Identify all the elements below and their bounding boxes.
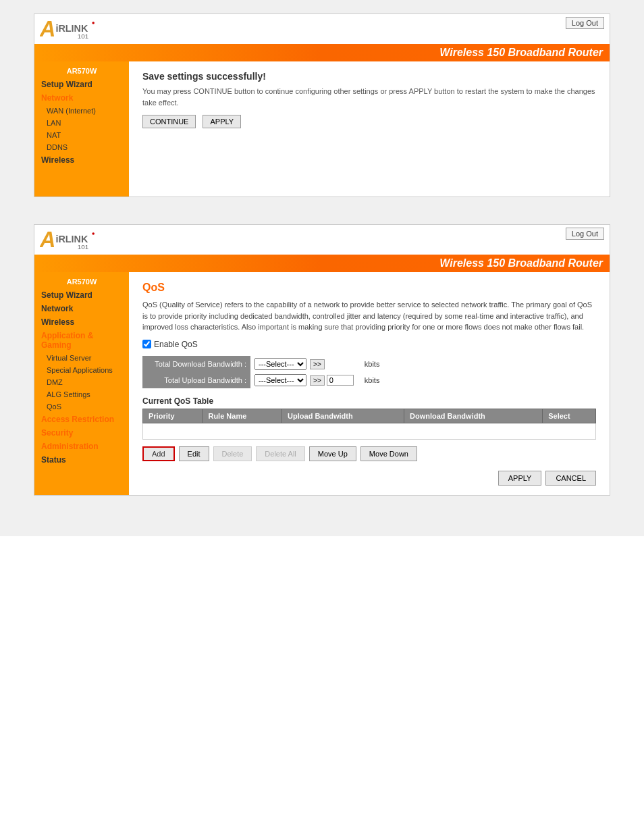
download-select[interactable]: ---Select---: [254, 358, 306, 370]
edit-button[interactable]: Edit: [179, 446, 209, 461]
svg-text:101: 101: [78, 32, 89, 40]
sidebar-item-ddns[interactable]: DDNS: [34, 141, 129, 153]
content-area: Save settings successfully! You may pres…: [129, 61, 610, 197]
svg-point-2: [92, 22, 95, 24]
enable-qos-row: Enable QoS: [142, 340, 596, 349]
sidebar-2: AR570W Setup Wizard Network Wireless App…: [34, 272, 129, 495]
upload-bw-row: Total Upload Bandwidth : ---Select--- >>…: [142, 372, 383, 388]
upload-unit: kbits: [365, 376, 380, 384]
svg-text:A: A: [40, 228, 55, 252]
qos-cancel-button[interactable]: CANCEL: [545, 471, 596, 486]
delete-button[interactable]: Delete: [213, 446, 252, 461]
crud-buttons: Add Edit Delete Delete All Move Up Move …: [142, 446, 596, 461]
upload-label: Total Upload Bandwidth :: [142, 372, 250, 388]
delete-all-button[interactable]: Delete All: [256, 446, 304, 461]
download-bw-row: Total Download Bandwidth : ---Select--- …: [142, 356, 383, 372]
sidebar-item-wireless[interactable]: Wireless: [34, 153, 129, 167]
sidebar-item-nat[interactable]: NAT: [34, 129, 129, 141]
enable-qos-checkbox[interactable]: [142, 340, 151, 348]
sidebar-item-setup-wizard-2[interactable]: Setup Wizard: [34, 288, 129, 302]
download-go-btn[interactable]: >>: [310, 359, 325, 369]
move-up-button[interactable]: Move Up: [309, 446, 356, 461]
sidebar-item-setup-wizard[interactable]: Setup Wizard: [34, 78, 129, 91]
upload-select-cell: ---Select--- >>: [250, 372, 358, 388]
col-select: Select: [543, 409, 596, 423]
save-title: Save settings successfully!: [142, 71, 596, 82]
qos-title: QoS: [142, 282, 596, 294]
download-select-cell: ---Select--- >>: [250, 356, 358, 372]
sidebar-item-virtual-server[interactable]: Virtual Server: [34, 352, 129, 364]
sidebar-item-access-restriction[interactable]: Access Restriction: [34, 413, 129, 426]
airlink-logo: A iRLINK 101: [40, 17, 107, 41]
sidebar-item-status[interactable]: Status: [34, 453, 129, 467]
svg-text:101: 101: [78, 243, 89, 251]
svg-text:A: A: [40, 17, 55, 41]
sidebar-item-qos[interactable]: QoS: [34, 400, 129, 413]
sidebar-item-dmz[interactable]: DMZ: [34, 376, 129, 388]
qos-table-title: Current QoS Table: [142, 396, 596, 406]
header-title-2: Wireless 150 Broadband Router: [439, 257, 603, 269]
sidebar-model-2: AR570W: [34, 276, 129, 288]
upload-unit-cell: kbits: [358, 372, 384, 388]
svg-point-6: [92, 232, 95, 235]
header-title: Wireless 150 Broadband Router: [439, 47, 603, 58]
sidebar-item-lan[interactable]: LAN: [34, 117, 129, 129]
qos-data-table: Priority Rule Name Upload Bandwidth Down…: [142, 409, 596, 440]
apply-button[interactable]: APPLY: [203, 115, 241, 128]
sidebar-model: AR570W: [34, 66, 129, 78]
download-unit-cell: kbits: [358, 356, 384, 372]
content-area-2: QoS QoS (Quality of Service) refers to t…: [129, 272, 610, 495]
add-button[interactable]: Add: [142, 446, 175, 461]
upload-select[interactable]: ---Select---: [254, 374, 306, 386]
svg-text:iRLINK: iRLINK: [55, 23, 88, 34]
table-header-row: Priority Rule Name Upload Bandwidth Down…: [143, 409, 596, 423]
empty-table-row: [143, 423, 596, 439]
header-banner-2: Wireless 150 Broadband Router: [34, 255, 610, 272]
sidebar-item-security[interactable]: Security: [34, 426, 129, 440]
sidebar: AR570W Setup Wizard Network WAN (Interne…: [34, 61, 129, 197]
sidebar-item-alg[interactable]: ALG Settings: [34, 388, 129, 400]
col-rule-name: Rule Name: [203, 409, 282, 423]
logo-container-2: A iRLINK 101: [34, 225, 112, 255]
sidebar-item-wan[interactable]: WAN (Internet): [34, 105, 129, 117]
download-unit: kbits: [365, 360, 380, 368]
move-down-button[interactable]: Move Down: [360, 446, 417, 461]
save-desc: You may press CONTINUE button to continu…: [142, 86, 596, 108]
download-label: Total Download Bandwidth :: [142, 356, 250, 372]
logout-button-2[interactable]: Log Out: [566, 228, 604, 240]
bandwidth-table: Total Download Bandwidth : ---Select--- …: [142, 356, 383, 388]
logout-button[interactable]: Log Out: [566, 17, 604, 29]
sidebar-item-network-2[interactable]: Network: [34, 302, 129, 315]
upload-value-input[interactable]: [327, 375, 354, 386]
sidebar-item-wireless-2[interactable]: Wireless: [34, 315, 129, 329]
sidebar-item-special-apps[interactable]: Special Applications: [34, 364, 129, 376]
continue-button[interactable]: CONTINUE: [142, 115, 196, 128]
logo-container: A iRLINK 101: [34, 14, 112, 44]
qos-apply-button[interactable]: APPLY: [498, 471, 542, 486]
enable-qos-label: Enable QoS: [154, 340, 198, 349]
col-priority: Priority: [143, 409, 203, 423]
qos-desc: QoS (Quality of Service) refers to the c…: [142, 299, 596, 333]
col-upload-bw: Upload Bandwidth: [282, 409, 404, 423]
upload-go-btn[interactable]: >>: [310, 375, 325, 386]
svg-text:iRLINK: iRLINK: [55, 234, 88, 244]
sidebar-item-network[interactable]: Network: [34, 91, 129, 105]
sidebar-item-administration[interactable]: Administration: [34, 440, 129, 453]
sidebar-item-app-gaming[interactable]: Application & Gaming: [34, 329, 129, 352]
col-download-bw: Download Bandwidth: [404, 409, 542, 423]
apply-cancel-row: APPLY CANCEL: [142, 471, 596, 486]
header-banner: Wireless 150 Broadband Router: [34, 44, 610, 61]
airlink-logo-2: A iRLINK 101: [40, 228, 107, 252]
